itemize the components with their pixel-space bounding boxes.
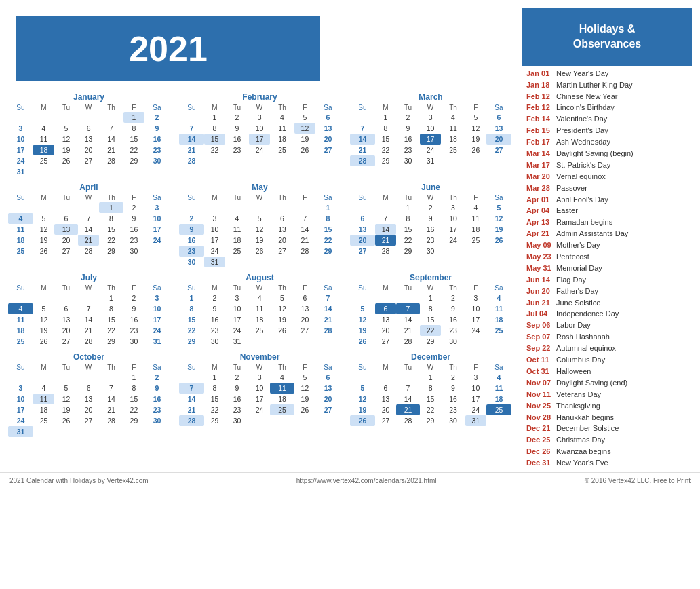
holiday-date: Feb 17 [526, 137, 556, 147]
calendar-day: 29 [420, 415, 441, 426]
calendar-day [144, 246, 170, 256]
calendar-day: 28 [179, 155, 204, 166]
holiday-name: Daylight Saving (begin) [556, 149, 634, 159]
calendar-day [123, 166, 144, 177]
calendar-day [396, 372, 420, 383]
calendar-day: 2 [144, 112, 170, 123]
day-header: Sa [486, 363, 511, 372]
calendar-day: 7 [179, 383, 204, 394]
calendar-day: 25 [225, 246, 249, 256]
day-header: Sa [486, 103, 511, 112]
calendar-day: 8 [315, 213, 341, 224]
calendar-day [270, 256, 294, 267]
calendar-day: 25 [465, 235, 486, 246]
calendar-day: 22 [420, 404, 441, 415]
holiday-name: New Year's Day [556, 69, 608, 79]
calendar-day: 29 [396, 246, 420, 256]
calendar-day [486, 336, 511, 347]
holiday-date: Dec 25 [526, 435, 556, 445]
calendar-day: 17 [144, 224, 170, 235]
calendar-day: 21 [375, 235, 396, 246]
calendar-day: 17 [420, 134, 441, 145]
calendar-day: 28 [350, 155, 375, 166]
calendar-day: 5 [486, 202, 511, 213]
holiday-row: Mar 28Passover [526, 183, 691, 193]
holiday-date: Nov 07 [526, 378, 556, 388]
holiday-date: Jul 04 [526, 309, 556, 319]
day-header: W [249, 284, 270, 292]
calendar-day: 26 [486, 235, 511, 246]
month-title: February [179, 92, 341, 102]
calendar-day [99, 426, 123, 437]
calendar-day [486, 246, 511, 256]
calendar-day: 29 [420, 336, 441, 347]
calendar-day: 8 [420, 383, 441, 394]
holiday-row: Nov 25Thanksgiving [526, 401, 691, 411]
calendar-day: 28 [396, 415, 420, 426]
calendar-day: 9 [225, 383, 249, 394]
calendar-day: 1 [204, 112, 225, 123]
calendar-day: 25 [33, 415, 54, 426]
calendar-day: 15 [99, 314, 123, 325]
calendar-day: 22 [375, 145, 396, 155]
holiday-date: Feb 14 [526, 114, 556, 124]
sidebar: Holidays &Observances Jan 01New Year's D… [522, 8, 692, 470]
calendar-day: 19 [249, 235, 270, 246]
calendar-day: 10 [249, 383, 270, 394]
calendar-day: 22 [204, 404, 225, 415]
holiday-row: Apr 01April Fool's Day [526, 195, 691, 205]
holiday-name: Vernal equinox [556, 172, 606, 182]
calendar-day: 2 [123, 292, 144, 303]
holiday-date: Dec 26 [526, 446, 556, 457]
day-header: F [465, 284, 486, 292]
day-header: M [375, 103, 396, 112]
calendar-day: 2 [441, 372, 465, 383]
day-header: M [375, 284, 396, 292]
calendar-day [123, 426, 144, 437]
calendar-day: 1 [420, 372, 441, 383]
calendar-day: 13 [54, 224, 78, 235]
day-header: Tu [225, 193, 249, 202]
calendar-day: 22 [315, 235, 341, 246]
calendar-day: 6 [486, 112, 511, 123]
holiday-date: Feb 12 [526, 102, 556, 113]
calendar-day: 14 [78, 224, 99, 235]
calendar-day: 11 [33, 134, 54, 145]
holiday-row: Dec 26Kwanzaa begins [526, 446, 691, 457]
month-table: SuMTuWThFSa12345678910111213141516171819… [8, 284, 170, 347]
calendar-day [315, 336, 341, 347]
calendar-day: 6 [78, 383, 99, 394]
month-table: SuMTuWThFSa12345678910111213141516171819… [8, 193, 170, 256]
calendar-day: 8 [396, 213, 420, 224]
day-header: Sa [315, 363, 341, 372]
calendar-day [294, 155, 315, 166]
calendar-day: 18 [486, 314, 511, 325]
calendar-day: 24 [144, 325, 170, 336]
month-table: SuMTuWThFSa12345678910111213141516171819… [179, 284, 341, 347]
calendar-day: 4 [270, 372, 294, 383]
calendar-day: 21 [350, 145, 375, 155]
calendar-day [396, 292, 420, 303]
calendar-day: 3 [249, 112, 270, 123]
calendar-day [78, 372, 99, 383]
calendar-day: 14 [350, 134, 375, 145]
calendar-day: 14 [179, 134, 204, 145]
month-title: March [350, 92, 511, 102]
calendar-day: 5 [294, 112, 315, 123]
holidays-list: Jan 01New Year's DayJan 18Martin Luther … [522, 66, 692, 470]
holiday-date: Jan 18 [526, 80, 556, 90]
calendar-day: 20 [486, 134, 511, 145]
calendar-day: 12 [270, 303, 294, 314]
calendar-day [225, 202, 249, 213]
calendar-day [375, 202, 396, 213]
calendar-day: 4 [465, 202, 486, 213]
calendar-day [33, 292, 54, 303]
holiday-date: Feb 15 [526, 126, 556, 136]
calendar-day: 20 [315, 394, 341, 404]
calendar-day: 22 [204, 145, 225, 155]
calendar-day: 19 [486, 224, 511, 235]
month-table: SuMTuWThFSa12345678910111213141516171819… [350, 363, 511, 426]
calendar-day: 17 [8, 145, 33, 155]
holiday-date: Dec 31 [526, 458, 556, 468]
calendar-day: 7 [179, 123, 204, 134]
